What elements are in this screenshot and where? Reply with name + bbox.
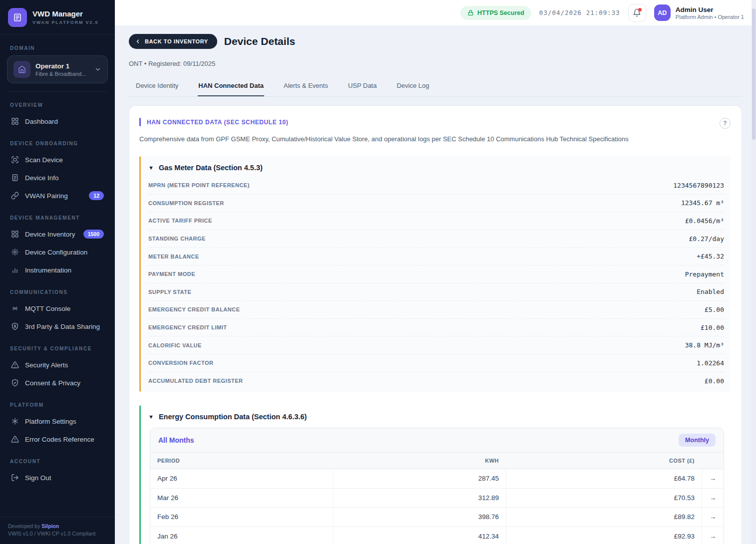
tab-device-log[interactable]: Device Log <box>396 77 429 96</box>
col-header-kwh: KWH <box>333 453 506 469</box>
compliance-line: VWIS v1.0 / VWKI CP v1.0 Compliant <box>8 530 107 538</box>
sidebar-item-label: Instrumentation <box>25 267 71 274</box>
gas-row-value: 12345.67 m³ <box>681 199 724 207</box>
monthly-badge[interactable]: Monthly <box>679 434 716 447</box>
sidebar-item-dashboard[interactable]: Dashboard <box>7 112 108 130</box>
gas-row-value: £10.00 <box>701 324 724 331</box>
gas-data-row: PAYMENT MODEPrepayment <box>148 266 724 283</box>
shield-check-icon <box>11 379 19 387</box>
table-row: Mar 26 312.89 £70.53 → <box>150 489 724 508</box>
app-root: VWD Manager VWAN PLATFORM V2.0 DOMAIN Op… <box>0 0 756 544</box>
page-content: BACK TO INVENTORY Device Details ONT • R… <box>115 26 756 544</box>
han-data-card: HAN CONNECTED DATA (SEC SCHEDULE 10) ? C… <box>129 105 742 544</box>
lock-icon <box>467 9 474 16</box>
sidebar-item-label: Device Info <box>25 174 59 182</box>
sidebar-item-mqtt-console[interactable]: MQTT Console <box>7 299 108 317</box>
section-label-communications: COMMUNICATIONS <box>10 289 105 295</box>
help-icon[interactable]: ? <box>720 118 731 129</box>
section-label-management: DEVICE MANAGEMENT <box>10 215 105 221</box>
domain-selector[interactable]: Operator 1 Fibre & Broadband... <box>7 55 108 83</box>
developed-by-line: Developed by Silpion <box>8 523 107 531</box>
warning-triangle-icon <box>11 435 19 443</box>
cell-kwh: 287.45 <box>333 469 506 488</box>
sidebar-item-sign-out[interactable]: Sign Out <box>7 469 108 487</box>
gas-row-label: CONSUMPTION REGISTER <box>148 200 224 206</box>
sidebar-item-label: 3rd Party & Data Sharing <box>25 323 100 330</box>
sidebar-item-error-codes-reference[interactable]: Error Codes Reference <box>7 430 108 448</box>
scan-frame-icon <box>11 156 19 164</box>
section-accent-bar <box>139 118 141 126</box>
back-to-inventory-button[interactable]: BACK TO INVENTORY <box>129 34 217 49</box>
domain-name: Operator 1 <box>35 62 86 70</box>
sidebar-item-vwan-pairing[interactable]: VWAN Pairing 12 <box>7 187 108 205</box>
logout-icon <box>11 474 19 482</box>
scrollbar-thumb[interactable] <box>752 8 756 140</box>
tab-device-identity[interactable]: Device Identity <box>135 77 179 96</box>
gas-row-value: Prepayment <box>685 271 724 278</box>
energy-table-box: All Months Monthly PERIOD KWH COST (£) <box>150 428 724 544</box>
app-title: VWD Manager <box>32 9 98 19</box>
sidebar-item-3rd-party-data-sharing[interactable]: 3rd Party & Data Sharing <box>7 317 108 335</box>
document-icon <box>13 13 22 22</box>
file-text-icon <box>11 174 19 182</box>
app-subtitle: VWAN PLATFORM V2.0 <box>32 20 98 25</box>
sidebar-item-instrumentation[interactable]: Instrumentation <box>7 261 108 279</box>
gas-data-row: SUPPLY STATEEnabled <box>148 283 724 301</box>
vendor-link[interactable]: Silpion <box>41 523 59 529</box>
cell-kwh: 312.89 <box>333 489 506 508</box>
chevron-left-icon <box>135 38 141 44</box>
gas-data-row: ACCUMULATED DEBT REGISTER£0.00 <box>148 372 724 390</box>
sidebar-item-platform-settings[interactable]: Platform Settings <box>7 412 108 430</box>
gas-data-row: CONVERSION FACTOR1.02264 <box>148 354 724 372</box>
broadcast-icon <box>11 304 19 312</box>
cell-period: Feb 26 <box>150 508 333 527</box>
tab-han-connected-data[interactable]: HAN Connected Data <box>198 77 264 96</box>
cell-period: Apr 26 <box>150 469 333 488</box>
sidebar-item-scan-device[interactable]: Scan Device <box>7 151 108 169</box>
sidebar-item-label: MQTT Console <box>25 305 70 312</box>
user-menu[interactable]: AD Admin User Platform Admin • Operator … <box>654 4 744 21</box>
cell-cost: £92.93 <box>506 527 702 544</box>
table-row: Jan 26 412.34 £92.93 → <box>150 527 724 544</box>
gas-row-value: £0.27/day <box>689 235 724 243</box>
sidebar-item-device-configuration[interactable]: Device Configuration <box>7 243 108 261</box>
energy-panel-header[interactable]: ▼ Energy Consumption Data (Section 4.6.3… <box>148 411 724 426</box>
section-description: Comprehensive data from GPF GSME Proxy, … <box>139 135 731 143</box>
app-logo-block: VWD Manager VWAN PLATFORM V2.0 <box>0 0 115 35</box>
grid-icon <box>11 117 19 125</box>
gear-icon <box>11 248 19 256</box>
tab-usp-data[interactable]: USP Data <box>348 77 378 96</box>
all-months-link[interactable]: All Months <box>158 436 194 444</box>
sidebar-item-device-inventory[interactable]: Device Inventory 1500 <box>7 225 108 243</box>
inventory-count-badge: 1500 <box>83 230 104 239</box>
gas-data-row: CALORIFIC VALUE38.8 MJ/m³ <box>148 336 724 354</box>
energy-table: PERIOD KWH COST (£) Apr 26 287.45 £64.78… <box>150 453 724 544</box>
sidebar-footer: Developed by Silpion VWIS v1.0 / VWKI CP… <box>0 517 115 544</box>
row-arrow-icon[interactable]: → <box>702 508 724 527</box>
user-meta: Platform Admin • Operator 1 <box>676 14 744 20</box>
row-arrow-icon[interactable]: → <box>702 489 724 508</box>
user-name: Admin User <box>676 5 744 14</box>
gas-row-label: ACCUMULATED DEBT REGISTER <box>148 378 243 384</box>
developed-by-label: Developed by <box>8 523 40 529</box>
tab-alerts-events[interactable]: Alerts & Events <box>283 77 329 96</box>
page-scrollbar[interactable] <box>752 0 756 544</box>
clock-timestamp: 03/04/2026 21:09:33 <box>539 9 620 16</box>
sidebar-item-security-alerts[interactable]: Security Alerts <box>7 356 108 374</box>
cell-period: Jan 26 <box>150 527 333 544</box>
sidebar-item-consent-privacy[interactable]: Consent & Privacy <box>7 374 108 392</box>
notifications-button[interactable] <box>628 4 646 22</box>
row-arrow-icon[interactable]: → <box>702 527 724 544</box>
sidebar-item-label: Error Codes Reference <box>25 436 94 443</box>
gas-row-value: £0.00 <box>705 377 724 385</box>
row-arrow-icon[interactable]: → <box>702 469 724 488</box>
sidebar-item-device-info[interactable]: Device Info <box>7 169 108 187</box>
gas-panel-title: Gas Meter Data (Section 4.5.3) <box>159 164 263 172</box>
col-header-period: PERIOD <box>150 453 333 469</box>
gas-panel-header[interactable]: ▼ Gas Meter Data (Section 4.5.3) <box>148 162 724 177</box>
gas-data-row: METER BALANCE+£45.32 <box>148 248 724 266</box>
section-label-onboarding: DEVICE ONBOARDING <box>10 141 105 146</box>
card-head: HAN CONNECTED DATA (SEC SCHEDULE 10) ? <box>139 118 731 129</box>
cell-cost: £64.78 <box>506 469 702 488</box>
page-title: Device Details <box>224 35 295 47</box>
